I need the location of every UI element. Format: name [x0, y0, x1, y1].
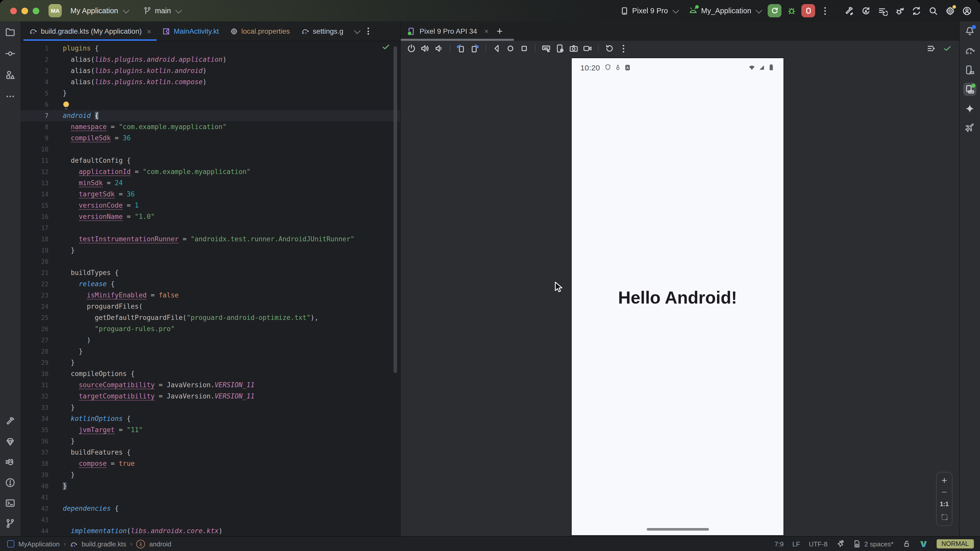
line-ending-widget[interactable]: LF: [792, 540, 800, 548]
code-line[interactable]: 14 targetSdk = 36: [21, 189, 400, 200]
code-line[interactable]: 39 }: [21, 469, 400, 481]
power-icon[interactable]: [407, 44, 416, 53]
code-line[interactable]: 43: [21, 514, 400, 526]
code-line[interactable]: 31 sourceCompatibility = JavaVersion.VER…: [21, 380, 400, 391]
code-line[interactable]: 20: [21, 256, 400, 267]
code-line[interactable]: 19 }: [21, 245, 400, 256]
code-line[interactable]: 17: [21, 222, 400, 233]
code-line[interactable]: 11 defaultConfig {: [21, 155, 400, 166]
apply-code-changes-button[interactable]: [876, 4, 890, 17]
zoom-window-button[interactable]: [33, 7, 39, 14]
more-tool-windows-button[interactable]: [3, 90, 17, 103]
sync-project-button[interactable]: [910, 4, 923, 17]
device-manager-tool-button[interactable]: [963, 63, 977, 76]
code-line[interactable]: 30 compileOptions {: [21, 368, 400, 380]
code-line[interactable]: 8 namespace = "com.example.myapplication…: [21, 121, 400, 133]
tab-mainactivity[interactable]: MainActivity.kt: [157, 21, 224, 41]
gemini-tool-button[interactable]: [963, 102, 977, 115]
device-more-kebab-icon[interactable]: [619, 44, 628, 52]
code-line[interactable]: 32 targetCompatibility = JavaVersion.VER…: [21, 391, 400, 402]
device-selector[interactable]: Pixel 9 Pro: [616, 3, 681, 18]
code-line[interactable]: 3 alias(libs.plugins.kotlin.android): [21, 65, 400, 76]
app-quality-insights-tool-button[interactable]: [3, 435, 17, 448]
run-config-selector[interactable]: My_Application: [684, 3, 765, 18]
navigation-pill[interactable]: [646, 528, 709, 530]
branch-selector[interactable]: main: [138, 3, 184, 18]
code-line[interactable]: 13 minSdk = 24: [21, 178, 400, 189]
editor-scrollbar[interactable]: [393, 46, 397, 373]
settings-button[interactable]: [943, 4, 957, 17]
resource-manager-tool-button[interactable]: [3, 68, 17, 82]
tab-options-kebab-icon[interactable]: [364, 27, 373, 35]
device-screen[interactable]: 10:20 A Hello Android!: [571, 58, 784, 536]
assistant-tool-button[interactable]: [963, 121, 977, 135]
code-line[interactable]: 44 implementation(libs.androidx.core.ktx…: [21, 526, 400, 536]
ui-check-icon[interactable]: [927, 44, 936, 53]
close-device-tab-icon[interactable]: ×: [484, 27, 488, 35]
zoom-actual-size-button[interactable]: 1:1: [940, 500, 949, 508]
commit-tool-button[interactable]: [3, 47, 17, 60]
code-line[interactable]: 25 getDefaultProguardFile("proguard-andr…: [21, 312, 400, 324]
build-tool-button[interactable]: [3, 415, 17, 428]
code-line[interactable]: 9 compileSdk = 36: [21, 133, 400, 144]
code-line[interactable]: 33 }: [21, 402, 400, 413]
device-settings-icon[interactable]: [555, 44, 565, 53]
code-line[interactable]: 38 compose = true: [21, 458, 400, 469]
code-line[interactable]: 40}: [21, 481, 400, 492]
zoom-to-fit-icon[interactable]: [940, 513, 948, 521]
code-line[interactable]: 18 testInstrumentationRunner = "androidx…: [21, 233, 400, 245]
indent-widget[interactable]: 2 spaces*: [853, 540, 894, 548]
code-line[interactable]: 5}: [21, 88, 400, 99]
code-line[interactable]: 23 isMinifyEnabled = false: [21, 290, 400, 301]
code-line[interactable]: 36 }: [21, 436, 400, 447]
code-line[interactable]: 2 alias(libs.plugins.android.application…: [21, 54, 400, 65]
running-devices-tool-button[interactable]: [963, 83, 977, 96]
code-line[interactable]: 1plugins {: [21, 43, 400, 54]
version-control-tool-button[interactable]: [3, 517, 17, 530]
code-line[interactable]: 34 kotlinOptions {: [21, 413, 400, 424]
code-line[interactable]: 7android {: [21, 110, 400, 121]
project-tool-button[interactable]: [3, 25, 17, 39]
screen-record-icon[interactable]: [583, 44, 592, 53]
code-line[interactable]: 21 buildTypes {: [21, 267, 400, 279]
code-line[interactable]: 15 versionCode = 1: [21, 200, 400, 211]
terminal-tool-button[interactable]: [3, 496, 17, 510]
reset-icon[interactable]: [605, 44, 614, 53]
problems-tool-button[interactable]: [3, 476, 17, 489]
device-tab[interactable]: Pixel 9 Pro API 34 ×: [407, 27, 488, 35]
intention-bulb-icon[interactable]: [63, 102, 69, 107]
unlock-icon[interactable]: [902, 540, 910, 548]
back-icon[interactable]: [492, 44, 501, 53]
gradle-tool-button[interactable]: [963, 44, 977, 57]
breadcrumb-project[interactable]: MyApplication: [18, 540, 60, 548]
code-line[interactable]: 26 "proguard-rules.pro": [21, 324, 400, 335]
breadcrumb-element[interactable]: android: [149, 540, 172, 548]
build-button[interactable]: [842, 4, 856, 17]
code-line[interactable]: 10: [21, 144, 400, 155]
code-line[interactable]: 29 }: [21, 357, 400, 368]
caret-position-widget[interactable]: 7:9: [775, 540, 784, 548]
code-line[interactable]: 6: [21, 99, 400, 110]
code-line[interactable]: 24 proguardFiles(: [21, 301, 400, 312]
add-device-tab-button[interactable]: +: [496, 25, 503, 37]
notifications-tool-button[interactable]: [963, 24, 977, 38]
minimize-window-button[interactable]: [21, 7, 28, 14]
close-tab-icon[interactable]: ×: [147, 27, 151, 35]
code-line[interactable]: 35 jvmTarget = "11": [21, 424, 400, 436]
code-line[interactable]: 4 alias(libs.plugins.kotlin.compose): [21, 76, 400, 88]
rotate-right-icon[interactable]: [470, 44, 479, 53]
logcat-tool-button[interactable]: [3, 456, 17, 469]
zoom-out-button[interactable]: −: [942, 490, 947, 495]
code-line[interactable]: 22 release {: [21, 279, 400, 290]
overview-icon[interactable]: [520, 44, 529, 53]
hidden-tabs-chevron-icon[interactable]: [354, 27, 360, 33]
debug-button[interactable]: [784, 4, 798, 17]
code-line[interactable]: 37 buildFeatures {: [21, 447, 400, 458]
virtual-keyboard-icon[interactable]: [542, 44, 551, 53]
screenshot-camera-icon[interactable]: [569, 44, 578, 53]
inspections-ok-widget[interactable]: [382, 43, 390, 55]
vim-icon[interactable]: [919, 540, 928, 548]
breadcrumb-file[interactable]: build.gradle.kts: [82, 540, 126, 548]
home-icon[interactable]: [506, 44, 515, 53]
code-line[interactable]: 28 }: [21, 346, 400, 357]
